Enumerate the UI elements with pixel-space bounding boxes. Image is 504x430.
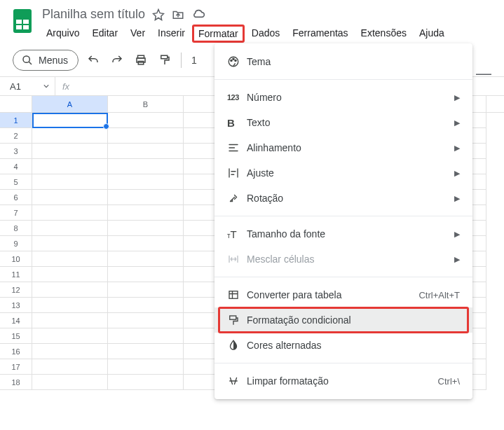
zoom-value[interactable]: 1 (189, 52, 200, 69)
menu-arquivo[interactable]: Arquivo (41, 25, 85, 43)
paint-format-icon[interactable] (156, 51, 174, 69)
cell-A15[interactable] (32, 328, 108, 344)
svg-point-7 (233, 58, 234, 60)
row-header-15[interactable]: 15 (0, 328, 32, 344)
cell-B10[interactable] (108, 251, 184, 267)
menu-formatar[interactable]: Formatar (192, 25, 245, 43)
row-header-12[interactable]: 12 (0, 282, 32, 298)
menu-item-formata-o-condicional[interactable]: Formatação condicional (214, 307, 472, 333)
row-header-6[interactable]: 6 (0, 190, 32, 205)
cell-B3[interactable] (108, 144, 184, 159)
cell-A17[interactable] (32, 359, 108, 375)
menu-extensões[interactable]: Extensões (355, 25, 412, 43)
search-menus-button[interactable]: Menus (13, 50, 79, 71)
menu-item-alinhamento[interactable]: Alinhamento▶ (214, 135, 472, 160)
cell-B6[interactable] (108, 190, 184, 205)
cell-A11[interactable] (32, 267, 108, 282)
menu-ferramentas[interactable]: Ferramentas (287, 25, 353, 43)
cell-A13[interactable] (32, 298, 108, 313)
condfmt-icon (227, 314, 247, 326)
redo-icon[interactable] (108, 51, 126, 69)
cell-B18[interactable] (108, 375, 184, 390)
name-box[interactable]: A1 (10, 81, 55, 92)
star-icon[interactable] (152, 8, 165, 21)
row-header-10[interactable]: 10 (0, 251, 32, 267)
cell-B9[interactable] (108, 236, 184, 251)
row-header-11[interactable]: 11 (0, 267, 32, 282)
cell-B16[interactable] (108, 344, 184, 359)
cell-A4[interactable] (32, 159, 108, 174)
row-header-4[interactable]: 4 (0, 159, 32, 174)
row-header-13[interactable]: 13 (0, 298, 32, 313)
svg-point-0 (23, 56, 29, 62)
123-icon: 123 (227, 93, 247, 102)
cell-A9[interactable] (32, 236, 108, 251)
cell-B11[interactable] (108, 267, 184, 282)
row-header-16[interactable]: 16 (0, 344, 32, 359)
cell-B15[interactable] (108, 328, 184, 344)
row-header-18[interactable]: 18 (0, 375, 32, 390)
row-header-9[interactable]: 9 (0, 236, 32, 251)
select-all-corner[interactable] (0, 96, 32, 112)
menu-item-tamanho-da-fonte[interactable]: тTTamanho da fonte▶ (214, 221, 472, 247)
menu-item-tema[interactable]: Tema (214, 49, 472, 74)
cell-B12[interactable] (108, 282, 184, 298)
cell-B13[interactable] (108, 298, 184, 313)
cell-B17[interactable] (108, 359, 184, 375)
cell-B5[interactable] (108, 174, 184, 190)
row-header-17[interactable]: 17 (0, 359, 32, 375)
document-title[interactable]: Planilha sem título (42, 7, 145, 22)
cell-A12[interactable] (32, 282, 108, 298)
cell-A18[interactable] (32, 375, 108, 390)
col-header-B[interactable]: B (108, 96, 184, 112)
cell-A8[interactable] (32, 221, 108, 236)
sheets-logo[interactable] (8, 7, 36, 35)
row-header-5[interactable]: 5 (0, 174, 32, 190)
menu-item-cores-alternadas[interactable]: Cores alternadas (214, 333, 472, 358)
menu-item-limpar-formata-o[interactable]: Limpar formataçãoCtrl+\ (214, 368, 472, 394)
menu-dados[interactable]: Dados (246, 25, 285, 43)
cell-B7[interactable] (108, 205, 184, 221)
menu-ver[interactable]: Ver (125, 25, 151, 43)
cell-A14[interactable] (32, 313, 108, 328)
menu-inserir[interactable]: Inserir (152, 25, 191, 43)
cell-B14[interactable] (108, 313, 184, 328)
merge-icon (227, 253, 247, 265)
align-icon (227, 141, 247, 154)
cell-B8[interactable] (108, 221, 184, 236)
menu-item-converter-para-tabela[interactable]: Converter para tabelaCtrl+Alt+T (214, 282, 472, 307)
row-header-14[interactable]: 14 (0, 313, 32, 328)
menu-item-rota-o[interactable]: Rotação▶ (214, 186, 472, 211)
collapse-toolbar-icon[interactable]: — (476, 64, 491, 83)
cloud-status-icon[interactable] (191, 8, 205, 22)
cell-B4[interactable] (108, 159, 184, 174)
row-header-7[interactable]: 7 (0, 205, 32, 221)
print-icon[interactable] (132, 51, 150, 69)
menu-item-label: Mesclar células (247, 254, 454, 265)
menu-item-ajuste[interactable]: Ajuste▶ (214, 160, 472, 186)
row-header-3[interactable]: 3 (0, 144, 32, 159)
cell-A2[interactable] (32, 128, 108, 144)
row-header-8[interactable]: 8 (0, 221, 32, 236)
cell-A3[interactable] (32, 144, 108, 159)
col-header-A[interactable]: A (32, 96, 108, 112)
menu-item-n-mero[interactable]: 123Número▶ (214, 85, 472, 110)
menu-item-label: Tema (247, 56, 460, 67)
cell-A16[interactable] (32, 344, 108, 359)
cell-B2[interactable] (108, 128, 184, 144)
cell-A1[interactable] (32, 113, 108, 128)
undo-icon[interactable] (84, 51, 102, 69)
menu-editar[interactable]: Editar (86, 25, 123, 43)
cell-A10[interactable] (32, 251, 108, 267)
menu-item-texto[interactable]: BTexto▶ (214, 110, 472, 135)
row-header-2[interactable]: 2 (0, 128, 32, 144)
cell-A6[interactable] (32, 190, 108, 205)
move-folder-icon[interactable] (172, 8, 184, 21)
cell-A5[interactable] (32, 174, 108, 190)
cell-A7[interactable] (32, 205, 108, 221)
row-header-1[interactable]: 1 (0, 113, 32, 128)
cell-B1[interactable] (108, 113, 184, 128)
fontsize-icon: тT (227, 228, 247, 240)
menu-item-label: Cores alternadas (247, 340, 460, 351)
menu-ajuda[interactable]: Ajuda (414, 25, 450, 43)
